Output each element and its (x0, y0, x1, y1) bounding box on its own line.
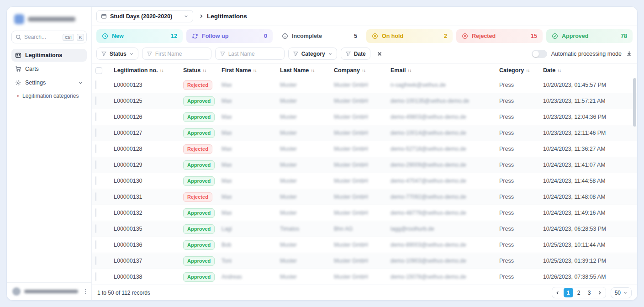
category-filter-label: Category (301, 51, 325, 57)
sidebar-item-label: Settings (25, 79, 46, 86)
tab-on-hold[interactable]: On hold 2 (366, 29, 453, 43)
cell-last-name-blurred: Muster (280, 274, 334, 280)
app-logo[interactable] (11, 12, 87, 31)
row-checkbox[interactable] (95, 192, 96, 201)
tab-approved[interactable]: Approved 78 (546, 29, 633, 43)
row-checkbox[interactable] (95, 240, 96, 249)
row-checkbox[interactable] (95, 160, 96, 169)
row-checkbox[interactable] (95, 224, 96, 233)
cell-date: 10/24/2023, 11:49:16 AM (543, 210, 633, 216)
automatic-processing-toggle[interactable] (532, 50, 547, 58)
chevron-right-icon (199, 14, 204, 19)
kebab-menu-icon[interactable] (85, 289, 86, 294)
sidebar-item-carts[interactable]: Carts (11, 63, 87, 75)
table-row[interactable]: L00000125 Approved Max Muster Muster Gmb… (92, 93, 637, 109)
cell-email-blurred: demo-52718@sethus-demo.de (391, 146, 499, 152)
sort-icon: ↑↓ (160, 68, 164, 73)
sort-icon: ↑↓ (362, 68, 365, 73)
table-footer: 1 to 50 of 112 records 1 2 3 50 (92, 285, 637, 300)
cell-company-blurred: Muster GmbH (334, 146, 391, 152)
sidebar-item-legitimation-categories[interactable]: Legitimation categories (11, 90, 87, 102)
first-name-filter-input[interactable]: First Name (142, 48, 211, 60)
cell-date: 10/25/2023, 01:39:12 PM (543, 258, 633, 264)
table-body: L00000123 Rejected Max Muster Muster Gmb… (92, 77, 637, 285)
x-circle-icon (462, 33, 468, 39)
column-header-email[interactable]: Email↑↓ (391, 67, 499, 74)
tab-count: 2 (444, 33, 447, 39)
sidebar-item-settings[interactable]: Settings (11, 76, 87, 89)
cell-category: Press (499, 162, 543, 168)
chevron-down-icon (328, 52, 333, 56)
row-checkbox[interactable] (95, 80, 96, 89)
page-button-2[interactable]: 2 (574, 288, 584, 297)
tab-label: New (112, 33, 124, 39)
tab-label: Incomplete (292, 33, 322, 39)
download-icon[interactable] (626, 50, 633, 57)
clear-filters-button[interactable] (374, 49, 385, 58)
cell-date: 10/24/2023, 11:44:58 AM (543, 178, 633, 184)
pause-circle-icon (372, 33, 378, 39)
table-row[interactable]: L00000136 Approved Bob Muster Muster Gmb… (92, 237, 637, 253)
tab-new[interactable]: New 12 (96, 29, 183, 43)
vertical-scrollbar[interactable] (633, 78, 636, 127)
table-row[interactable]: L00000138 Approved Andreas Muster Muster… (92, 269, 637, 285)
table-row[interactable]: L00000132 Approved Max Muster Muster Gmb… (92, 205, 637, 221)
table-row[interactable]: L00000135 Approved Lagi Timatos Bhn AG l… (92, 221, 637, 237)
search-input[interactable]: Search... Ctrl K (11, 31, 87, 43)
status-filter-dropdown[interactable]: Status (96, 48, 138, 60)
cell-email-blurred: demo-48779@sethus-demo.de (391, 210, 499, 216)
row-checkbox[interactable] (95, 128, 96, 137)
date-filter[interactable]: Date (341, 48, 370, 60)
cell-first-name-blurred: Toni (222, 258, 280, 264)
page-size-select[interactable]: 50 (611, 287, 632, 298)
select-all-checkbox[interactable] (95, 67, 114, 74)
status-badge: Approved (183, 208, 215, 218)
row-checkbox[interactable] (95, 256, 96, 265)
table-row[interactable]: L00000127 Approved Max Muster Muster Gmb… (92, 125, 637, 141)
column-header-date[interactable]: Date↑↓ (543, 67, 633, 74)
funnel-icon (147, 51, 153, 57)
tab-rejected[interactable]: Rejected 15 (456, 29, 543, 43)
table-header: Legitimation no.↑↓ Status↑↓ First Name↑↓… (92, 64, 637, 77)
status-badge: Approved (183, 240, 215, 250)
column-header-company[interactable]: Company↑↓ (334, 67, 391, 74)
column-header-status[interactable]: Status↑↓ (183, 67, 222, 74)
sidebar-item-legitimations[interactable]: Legitimations (11, 49, 87, 62)
column-header-legitimation-no[interactable]: Legitimation no.↑↓ (114, 67, 183, 74)
user-account[interactable] (7, 282, 91, 300)
cell-first-name-blurred: Max (222, 114, 280, 120)
column-header-last-name[interactable]: Last Name↑↓ (280, 67, 334, 74)
automatic-processing-label: Automatic processing mode (551, 51, 622, 57)
column-header-category[interactable]: Category↑↓ (499, 67, 543, 74)
page-button-1[interactable]: 1 (564, 288, 573, 297)
tab-incomplete[interactable]: Incomplete 5 (276, 29, 363, 43)
row-checkbox[interactable] (95, 272, 96, 281)
row-checkbox[interactable] (95, 144, 96, 153)
row-checkbox[interactable] (95, 96, 96, 105)
table-row[interactable]: L00000126 Approved Max Muster Muster Gmb… (92, 109, 637, 125)
row-checkbox[interactable] (95, 176, 96, 185)
next-page-button[interactable] (595, 288, 605, 297)
cell-legitimation-no: L00000126 (114, 114, 183, 120)
table-row[interactable]: L00000129 Approved Max Muster Muster Gmb… (92, 157, 637, 173)
row-checkbox[interactable] (95, 208, 96, 217)
prev-page-button[interactable] (553, 288, 563, 297)
category-filter-dropdown[interactable]: Category (288, 48, 337, 60)
cell-last-name-blurred: Muster (280, 210, 334, 216)
category-dot (17, 95, 19, 97)
row-checkbox[interactable] (95, 112, 96, 121)
table-row[interactable]: L00000137 Approved Toni Muster Muster Gm… (92, 253, 637, 269)
column-header-first-name[interactable]: First Name↑↓ (222, 67, 280, 74)
table-row[interactable]: L00000123 Rejected Max Muster Muster Gmb… (92, 77, 637, 93)
table-row[interactable]: L00000131 Rejected Max Muster Muster Gmb… (92, 189, 637, 205)
tab-label: Follow up (202, 33, 228, 39)
table-row[interactable]: L00000128 Rejected Max Muster Muster Gmb… (92, 141, 637, 157)
season-selector[interactable]: Studi Days (2020-2020) (96, 10, 193, 22)
page-button-3[interactable]: 3 (585, 288, 594, 297)
sidebar-item-label: Carts (25, 66, 39, 72)
cell-category: Press (499, 226, 543, 232)
tab-follow-up[interactable]: Follow up 0 (186, 29, 273, 43)
last-name-filter-input[interactable]: Last Name (215, 48, 285, 60)
table-row[interactable]: L00000130 Approved Max Muster Muster Gmb… (92, 173, 637, 189)
filter-bar: Status First Name Last Name (92, 45, 637, 64)
